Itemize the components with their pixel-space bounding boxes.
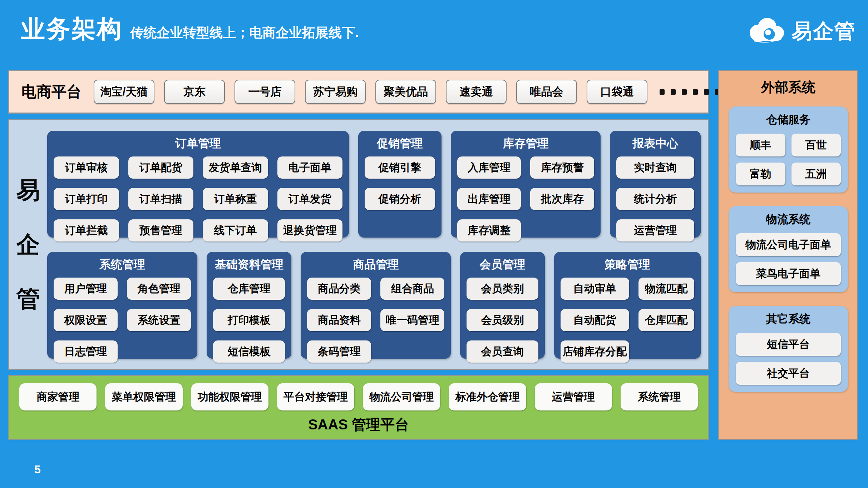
platform-button[interactable]: 一号店 — [235, 80, 295, 104]
platform-button[interactable]: 京东 — [164, 80, 225, 104]
module-group: 促销管理 促销引擎 促销分析 — [358, 131, 442, 238]
module-button[interactable]: 条码管理 — [307, 340, 371, 363]
platform-button[interactable]: 速卖通 — [446, 80, 507, 104]
saas-button[interactable]: 系统管理 — [621, 383, 698, 410]
external-system-button[interactable]: 百世 — [791, 134, 841, 156]
module-button[interactable]: 角色管理 — [127, 278, 191, 300]
module-button[interactable]: 系统设置 — [127, 309, 191, 331]
module-group-title: 商品管理 — [307, 255, 444, 278]
module-button[interactable]: 订单配货 — [128, 156, 194, 179]
dot — [682, 89, 687, 95]
saas-button[interactable]: 平台对接管理 — [277, 383, 354, 410]
module-rows: 订单管理 订单审核 订单配货 发货单查询 电子面单 订单打印 订单扫描 订单称重… — [47, 131, 701, 359]
yiqiguan-module-panel: 易企管 订单管理 订单审核 订单配货 发货单查询 电子面单 订单打印 订单扫描 … — [8, 119, 709, 370]
saas-button[interactable]: 物流公司管理 — [363, 383, 440, 410]
slide-header: 业务架构 传统企业转型线上；电商企业拓展线下. — [21, 13, 359, 45]
external-system-button-grid: 顺丰 百世 富勒 五洲 — [736, 134, 841, 185]
module-button[interactable]: 商品分类 — [307, 278, 371, 300]
module-button[interactable]: 预售管理 — [128, 219, 194, 241]
module-button[interactable]: 店铺库存分配 — [561, 340, 629, 363]
module-row-top: 订单管理 订单审核 订单配货 发货单查询 电子面单 订单打印 订单扫描 订单称重… — [47, 131, 701, 238]
module-button[interactable]: 商品资料 — [307, 309, 371, 331]
module-button[interactable]: 打印模板 — [213, 309, 285, 331]
external-system-group: 其它系统 短信平台 社交平台 — [729, 306, 848, 392]
module-button[interactable]: 发货单查询 — [203, 156, 268, 179]
external-system-button[interactable]: 物流公司电子面单 — [736, 233, 841, 256]
external-system-groups: 仓储服务 顺丰 百世 富勒 五洲 物流系统 物流公司电子面单 菜鸟电子面单 其它… — [729, 106, 848, 392]
module-button[interactable]: 库存预警 — [530, 156, 594, 179]
ecommerce-platform-label: 电商平台 — [21, 82, 82, 102]
module-button[interactable]: 自动审单 — [561, 278, 629, 300]
platform-button-row: 淘宝/天猫 京东 一号店 苏宁易购 聚美优品 速卖通 唯品会 口袋通 — [94, 80, 647, 104]
module-button[interactable]: 日志管理 — [54, 340, 118, 363]
external-systems-title: 外部系统 — [719, 78, 857, 96]
module-button[interactable]: 权限设置 — [54, 309, 118, 331]
module-button[interactable]: 实时查询 — [616, 156, 694, 179]
module-button-grid: 仓库管理 打印模板 短信模板 — [213, 278, 285, 363]
module-button[interactable]: 运营管理 — [616, 219, 694, 241]
module-button[interactable]: 用户管理 — [54, 278, 118, 300]
module-button[interactable]: 订单称重 — [203, 188, 268, 210]
platform-button[interactable]: 聚美优品 — [375, 80, 436, 104]
module-button[interactable]: 订单拦截 — [54, 219, 119, 241]
module-button[interactable]: 订单扫描 — [128, 188, 194, 210]
module-button[interactable]: 批次库存 — [530, 188, 594, 210]
module-button-grid: 入库管理 库存预警 出库管理 批次库存 库存调整 — [457, 156, 595, 241]
module-button[interactable]: 促销引擎 — [365, 156, 435, 179]
module-button[interactable]: 组合商品 — [380, 278, 444, 300]
external-system-button[interactable]: 短信平台 — [736, 333, 841, 356]
external-system-group-title: 其它系统 — [736, 312, 841, 333]
module-button[interactable]: 会员查询 — [467, 340, 538, 363]
dot — [693, 89, 698, 95]
module-button[interactable]: 订单打印 — [54, 188, 119, 210]
module-button[interactable]: 促销分析 — [365, 188, 435, 210]
module-button[interactable]: 短信模板 — [213, 340, 285, 363]
module-button[interactable]: 订单审核 — [54, 156, 119, 179]
module-button-grid: 实时查询 统计分析 运营管理 — [616, 156, 694, 241]
module-button[interactable]: 自动配货 — [561, 309, 629, 331]
external-system-button[interactable]: 五洲 — [791, 163, 841, 185]
saas-button[interactable]: 菜单权限管理 — [105, 383, 182, 410]
module-button[interactable]: 会员级别 — [467, 309, 538, 331]
platform-button[interactable]: 苏宁易购 — [305, 80, 366, 104]
module-button[interactable]: 仓库管理 — [213, 278, 285, 300]
module-group-title: 基础资料管理 — [213, 255, 285, 278]
module-button[interactable]: 出库管理 — [457, 188, 521, 210]
module-button[interactable]: 线下订单 — [203, 219, 268, 241]
saas-button[interactable]: 标准外仓管理 — [449, 383, 526, 410]
module-button-grid: 促销引擎 促销分析 — [365, 156, 435, 210]
module-button[interactable]: 会员类别 — [467, 278, 538, 300]
external-system-group: 物流系统 物流公司电子面单 菜鸟电子面单 — [729, 206, 848, 292]
module-button[interactable]: 物流匹配 — [638, 278, 694, 300]
saas-button[interactable]: 运营管理 — [535, 383, 612, 410]
platform-button[interactable]: 淘宝/天猫 — [94, 80, 154, 104]
external-system-group-title: 仓储服务 — [736, 112, 841, 134]
external-system-button[interactable]: 菜鸟电子面单 — [736, 262, 841, 285]
module-group-title: 促销管理 — [365, 134, 435, 156]
vertical-label-char: 管 — [16, 283, 40, 315]
module-button[interactable]: 唯一码管理 — [380, 309, 444, 331]
module-button[interactable]: 统计分析 — [616, 188, 694, 210]
external-system-button[interactable]: 顺丰 — [736, 134, 785, 156]
module-button[interactable]: 入库管理 — [457, 156, 521, 179]
saas-button[interactable]: 商家管理 — [19, 383, 97, 410]
dot — [704, 89, 709, 95]
module-group: 系统管理 用户管理 角色管理 权限设置 系统设置 日志管理 — [47, 252, 197, 359]
platform-button[interactable]: 口袋通 — [587, 80, 647, 104]
external-system-group-title: 物流系统 — [736, 212, 841, 233]
module-button[interactable]: 电子面单 — [277, 156, 343, 179]
platform-button[interactable]: 唯品会 — [516, 80, 577, 104]
module-button[interactable]: 仓库匹配 — [638, 309, 694, 331]
module-button[interactable]: 库存调整 — [457, 219, 521, 241]
brand-name: 易企管 — [791, 18, 856, 45]
external-system-button[interactable]: 富勒 — [736, 163, 785, 185]
module-button[interactable]: 退换货管理 — [277, 219, 343, 241]
module-group-title: 库存管理 — [457, 134, 595, 156]
module-button[interactable]: 订单发货 — [277, 188, 343, 210]
module-button-grid: 自动审单 物流匹配 自动配货 仓库匹配 店铺库存分配 — [561, 278, 694, 363]
brand-logo: 易企管 — [746, 15, 856, 48]
external-system-group: 仓储服务 顺丰 百世 富勒 五洲 — [729, 106, 848, 193]
saas-button[interactable]: 功能权限管理 — [191, 383, 268, 410]
saas-button-row: 商家管理 菜单权限管理 功能权限管理 平台对接管理 物流公司管理 标准外仓管理 … — [19, 383, 698, 410]
external-system-button[interactable]: 社交平台 — [736, 362, 841, 385]
